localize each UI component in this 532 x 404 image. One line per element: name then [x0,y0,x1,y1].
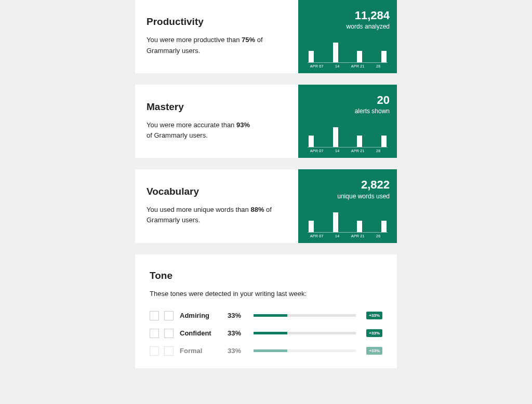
bar-chart [305,127,390,147]
stat-panel: 2,822 unique words used APR 07 14 APR 21… [298,169,397,243]
chart-bar [309,221,314,232]
bar-chart [305,212,390,232]
chart-bar [333,212,338,232]
desc-bold: 88% [250,206,264,213]
stat-panel: 20 alerts shown APR 07 14 APR 21 28 [298,85,397,158]
card-title: Mastery [147,101,287,113]
chart-bar [357,136,362,147]
x-label: APR 07 [307,149,327,153]
stat-panel: 11,284 words analyzed APR 07 14 APR 21 2… [298,0,397,73]
desc-bold: 75% [242,36,255,44]
tone-bar-fill [254,332,287,334]
tone-title: Tone [150,270,382,281]
tone-name: Formal [180,347,222,355]
x-label: APR 21 [348,234,368,238]
tone-icon-box [164,311,174,320]
tone-description: These tones were detected in your writin… [150,290,382,298]
x-label: APR 21 [348,64,368,68]
tone-percent: 33% [228,312,248,319]
tone-percent: 33% [228,329,248,337]
card-description: You were more accurate than 93% of Gramm… [147,120,250,141]
chart-bar [309,51,314,62]
x-label: 28 [368,149,389,153]
chart-x-labels: APR 07 14 APR 21 28 [305,234,390,238]
x-label: 14 [327,234,348,238]
desc-pre: You were more productive than [147,36,242,44]
stat-label: alerts shown [305,107,390,115]
chart-bar [381,221,387,232]
tone-percent: 33% [228,347,248,355]
x-label: APR 21 [348,149,368,153]
tone-name: Admiring [180,312,222,319]
card-title: Vocabulary [147,186,287,197]
chart-bar [381,136,387,147]
chart-axis [308,147,388,147]
card-left: Productivity You were more productive th… [135,0,298,73]
desc-post: of Grammarly users. [147,131,208,139]
tone-bar [254,349,356,352]
chart-bar [333,43,338,62]
productivity-card: Productivity You were more productive th… [135,0,397,73]
x-label: APR 07 [307,234,327,238]
x-label: 14 [327,64,348,68]
tone-icon-box [150,346,159,356]
x-label: 28 [368,234,389,238]
card-title: Productivity [147,16,287,28]
tone-row: Formal 33% +33% [150,346,382,356]
tone-badge: +33% [366,312,382,319]
tone-bar-fill [254,314,287,317]
stat-label: unique words used [305,193,390,200]
chart-bar [357,51,362,62]
desc-bold: 93% [236,121,250,129]
chart-bar [309,136,314,147]
tone-name: Confident [180,329,222,337]
tone-bar [254,314,356,317]
chart-x-labels: APR 07 14 APR 21 28 [305,149,390,153]
stat-number: 2,822 [305,179,390,191]
stat-number: 20 [305,94,390,106]
tone-badge: +33% [366,347,382,355]
tone-row: Admiring 33% +33% [150,311,382,320]
tone-icon-box [150,329,159,338]
card-left: Vocabulary You used more unique words th… [135,169,298,243]
chart-bar [381,51,387,62]
chart-x-labels: APR 07 14 APR 21 28 [305,64,390,68]
chart-bar [333,127,338,147]
card-left: Mastery You were more accurate than 93% … [135,85,298,158]
chart-bar [357,221,362,232]
bar-chart [305,43,390,62]
stat-label: words analyzed [305,23,390,30]
stat-number: 11,284 [305,9,390,22]
tone-icon-box [164,329,174,338]
tone-icon-box [150,311,159,320]
tone-card: Tone These tones were detected in your w… [135,254,397,368]
x-label: 28 [368,64,389,68]
chart-axis [308,232,388,233]
x-label: APR 07 [307,64,327,68]
x-label: 14 [327,149,348,153]
tone-bar [254,332,356,334]
tone-badge: +33% [366,329,382,337]
desc-pre: You used more unique words than [147,206,250,213]
vocabulary-card: Vocabulary You used more unique words th… [135,169,397,243]
card-description: You were more productive than 75% of Gra… [147,35,282,56]
tone-bar-fill [254,349,287,352]
chart-axis [308,62,388,63]
tone-row: Confident 33% +33% [150,329,382,338]
desc-pre: You were more accurate than [147,121,236,129]
mastery-card: Mastery You were more accurate than 93% … [135,85,397,158]
tone-icon-box [164,346,174,356]
card-description: You used more unique words than 88% of G… [147,205,282,225]
